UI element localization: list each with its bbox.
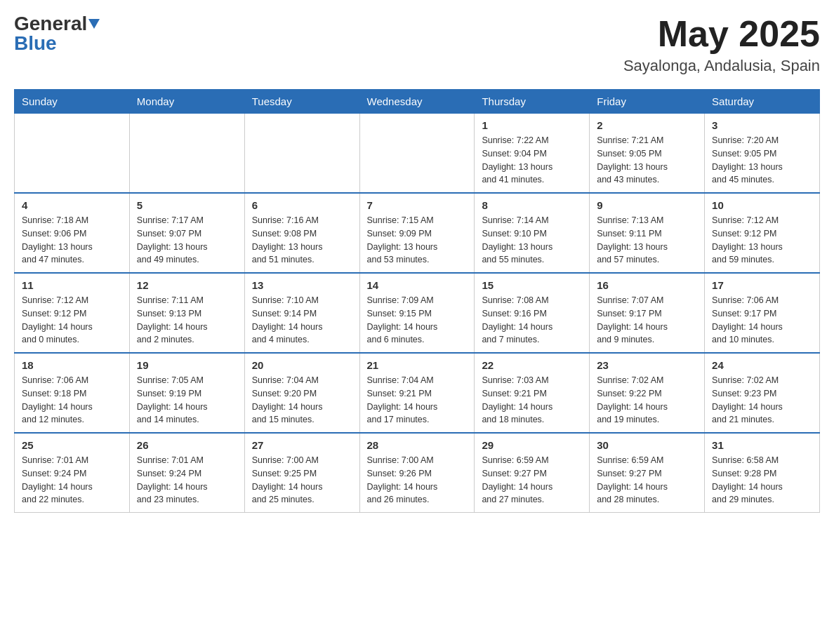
calendar-cell: 6Sunrise: 7:16 AMSunset: 9:08 PMDaylight… <box>244 193 359 273</box>
calendar-cell: 23Sunrise: 7:02 AMSunset: 9:22 PMDayligh… <box>590 353 705 433</box>
page-header: General Blue May 2025 Sayalonga, Andalus… <box>14 14 820 75</box>
day-info: Sunrise: 6:58 AMSunset: 9:28 PMDaylight:… <box>712 454 812 507</box>
day-number: 2 <box>597 119 697 131</box>
day-number: 17 <box>712 279 812 291</box>
calendar-cell: 21Sunrise: 7:04 AMSunset: 9:21 PMDayligh… <box>359 353 475 433</box>
day-info: Sunrise: 7:06 AMSunset: 9:17 PMDaylight:… <box>712 294 812 347</box>
calendar-cell: 13Sunrise: 7:10 AMSunset: 9:14 PMDayligh… <box>244 273 359 353</box>
calendar-week-row: 18Sunrise: 7:06 AMSunset: 9:18 PMDayligh… <box>15 353 820 433</box>
day-number: 31 <box>712 439 812 451</box>
day-info: Sunrise: 7:17 AMSunset: 9:07 PMDaylight:… <box>137 214 237 267</box>
day-number: 27 <box>252 439 352 451</box>
day-info: Sunrise: 7:00 AMSunset: 9:25 PMDaylight:… <box>252 454 352 507</box>
calendar-cell: 14Sunrise: 7:09 AMSunset: 9:15 PMDayligh… <box>359 273 475 353</box>
calendar-cell: 27Sunrise: 7:00 AMSunset: 9:25 PMDayligh… <box>244 433 359 513</box>
day-info: Sunrise: 7:11 AMSunset: 9:13 PMDaylight:… <box>137 294 237 347</box>
calendar-cell: 3Sunrise: 7:20 AMSunset: 9:05 PMDaylight… <box>705 114 820 194</box>
day-number: 19 <box>137 359 237 371</box>
day-number: 9 <box>597 199 697 211</box>
day-info: Sunrise: 7:07 AMSunset: 9:17 PMDaylight:… <box>597 294 697 347</box>
calendar-week-row: 11Sunrise: 7:12 AMSunset: 9:12 PMDayligh… <box>15 273 820 353</box>
day-info: Sunrise: 6:59 AMSunset: 9:27 PMDaylight:… <box>597 454 697 507</box>
calendar-cell: 22Sunrise: 7:03 AMSunset: 9:21 PMDayligh… <box>475 353 590 433</box>
month-title: May 2025 <box>623 14 820 54</box>
weekday-header-row: SundayMondayTuesdayWednesdayThursdayFrid… <box>15 90 820 114</box>
day-number: 25 <box>22 439 122 451</box>
day-info: Sunrise: 7:15 AMSunset: 9:09 PMDaylight:… <box>367 214 468 267</box>
day-number: 12 <box>137 279 237 291</box>
weekday-header-tuesday: Tuesday <box>244 90 359 114</box>
calendar-cell: 20Sunrise: 7:04 AMSunset: 9:20 PMDayligh… <box>244 353 359 433</box>
weekday-header-wednesday: Wednesday <box>359 90 475 114</box>
day-number: 10 <box>712 199 812 211</box>
day-number: 8 <box>482 199 582 211</box>
calendar-week-row: 4Sunrise: 7:18 AMSunset: 9:06 PMDaylight… <box>15 193 820 273</box>
calendar-cell: 25Sunrise: 7:01 AMSunset: 9:24 PMDayligh… <box>15 433 130 513</box>
day-number: 20 <box>252 359 352 371</box>
calendar-cell: 5Sunrise: 7:17 AMSunset: 9:07 PMDaylight… <box>129 193 244 273</box>
day-info: Sunrise: 7:12 AMSunset: 9:12 PMDaylight:… <box>712 214 812 267</box>
day-info: Sunrise: 7:04 AMSunset: 9:20 PMDaylight:… <box>252 374 352 427</box>
day-number: 30 <box>597 439 697 451</box>
day-number: 11 <box>22 279 122 291</box>
logo-triangle-icon <box>88 19 100 29</box>
calendar-cell: 19Sunrise: 7:05 AMSunset: 9:19 PMDayligh… <box>129 353 244 433</box>
weekday-header-monday: Monday <box>129 90 244 114</box>
logo: General Blue <box>14 14 100 53</box>
day-number: 23 <box>597 359 697 371</box>
day-number: 6 <box>252 199 352 211</box>
title-block: May 2025 Sayalonga, Andalusia, Spain <box>623 14 820 75</box>
day-info: Sunrise: 7:09 AMSunset: 9:15 PMDaylight:… <box>367 294 468 347</box>
day-info: Sunrise: 7:04 AMSunset: 9:21 PMDaylight:… <box>367 374 468 427</box>
calendar-cell: 26Sunrise: 7:01 AMSunset: 9:24 PMDayligh… <box>129 433 244 513</box>
day-info: Sunrise: 7:16 AMSunset: 9:08 PMDaylight:… <box>252 214 352 267</box>
day-info: Sunrise: 7:06 AMSunset: 9:18 PMDaylight:… <box>22 374 122 427</box>
day-number: 5 <box>137 199 237 211</box>
calendar-cell: 31Sunrise: 6:58 AMSunset: 9:28 PMDayligh… <box>705 433 820 513</box>
calendar-cell <box>244 114 359 194</box>
calendar-week-row: 1Sunrise: 7:22 AMSunset: 9:04 PMDaylight… <box>15 114 820 194</box>
calendar-cell: 18Sunrise: 7:06 AMSunset: 9:18 PMDayligh… <box>15 353 130 433</box>
logo-blue-text: Blue <box>14 34 57 53</box>
day-number: 22 <box>482 359 582 371</box>
day-info: Sunrise: 7:00 AMSunset: 9:26 PMDaylight:… <box>367 454 468 507</box>
day-number: 24 <box>712 359 812 371</box>
day-info: Sunrise: 7:20 AMSunset: 9:05 PMDaylight:… <box>712 134 812 187</box>
day-number: 4 <box>22 199 122 211</box>
day-number: 21 <box>367 359 468 371</box>
calendar-cell: 1Sunrise: 7:22 AMSunset: 9:04 PMDaylight… <box>475 114 590 194</box>
calendar-cell: 10Sunrise: 7:12 AMSunset: 9:12 PMDayligh… <box>705 193 820 273</box>
day-number: 29 <box>482 439 582 451</box>
day-number: 15 <box>482 279 582 291</box>
weekday-header-thursday: Thursday <box>475 90 590 114</box>
calendar-cell <box>129 114 244 194</box>
calendar-cell: 11Sunrise: 7:12 AMSunset: 9:12 PMDayligh… <box>15 273 130 353</box>
calendar-cell: 16Sunrise: 7:07 AMSunset: 9:17 PMDayligh… <box>590 273 705 353</box>
day-number: 14 <box>367 279 468 291</box>
day-info: Sunrise: 7:10 AMSunset: 9:14 PMDaylight:… <box>252 294 352 347</box>
day-info: Sunrise: 7:13 AMSunset: 9:11 PMDaylight:… <box>597 214 697 267</box>
calendar-cell: 9Sunrise: 7:13 AMSunset: 9:11 PMDaylight… <box>590 193 705 273</box>
calendar-cell <box>15 114 130 194</box>
calendar-cell: 24Sunrise: 7:02 AMSunset: 9:23 PMDayligh… <box>705 353 820 433</box>
calendar-table: SundayMondayTuesdayWednesdayThursdayFrid… <box>14 89 820 513</box>
day-number: 26 <box>137 439 237 451</box>
day-info: Sunrise: 7:02 AMSunset: 9:23 PMDaylight:… <box>712 374 812 427</box>
day-info: Sunrise: 7:01 AMSunset: 9:24 PMDaylight:… <box>22 454 122 507</box>
day-info: Sunrise: 7:05 AMSunset: 9:19 PMDaylight:… <box>137 374 237 427</box>
day-info: Sunrise: 7:22 AMSunset: 9:04 PMDaylight:… <box>482 134 582 187</box>
day-info: Sunrise: 7:21 AMSunset: 9:05 PMDaylight:… <box>597 134 697 187</box>
calendar-cell <box>359 114 475 194</box>
day-number: 28 <box>367 439 468 451</box>
day-number: 3 <box>712 119 812 131</box>
day-info: Sunrise: 7:12 AMSunset: 9:12 PMDaylight:… <box>22 294 122 347</box>
calendar-cell: 29Sunrise: 6:59 AMSunset: 9:27 PMDayligh… <box>475 433 590 513</box>
location-title: Sayalonga, Andalusia, Spain <box>623 57 820 75</box>
day-info: Sunrise: 6:59 AMSunset: 9:27 PMDaylight:… <box>482 454 582 507</box>
calendar-cell: 15Sunrise: 7:08 AMSunset: 9:16 PMDayligh… <box>475 273 590 353</box>
day-number: 7 <box>367 199 468 211</box>
calendar-cell: 12Sunrise: 7:11 AMSunset: 9:13 PMDayligh… <box>129 273 244 353</box>
weekday-header-friday: Friday <box>590 90 705 114</box>
day-info: Sunrise: 7:03 AMSunset: 9:21 PMDaylight:… <box>482 374 582 427</box>
calendar-cell: 8Sunrise: 7:14 AMSunset: 9:10 PMDaylight… <box>475 193 590 273</box>
